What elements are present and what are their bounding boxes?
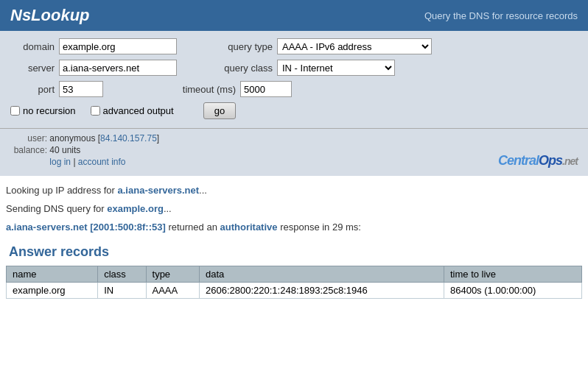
col-type: type	[146, 266, 199, 283]
user-info-area: user: anonymous [84.140.157.75] balance:…	[0, 129, 588, 176]
advanced-output-checkbox[interactable]	[91, 106, 100, 116]
app-title: NsLookup	[10, 6, 90, 25]
header: NsLookup Query the DNS for resource reco…	[0, 0, 588, 31]
output-line-3: a.iana-servers.net [2001:500:8f::53] ret…	[6, 222, 582, 233]
form-row-options: no recursion advanced output go	[10, 102, 578, 119]
line2-prefix: Sending DNS query for	[6, 203, 107, 214]
col-class: class	[98, 266, 146, 283]
form-row-domain: domain query type AAAA - IPv6 address A …	[10, 38, 578, 54]
query-class-select[interactable]: IN - Internet CH - Chaos HS - Hesiod	[277, 60, 395, 76]
query-type-select[interactable]: AAAA - IPv6 address A - IPv4 address MX …	[277, 38, 432, 54]
line1-prefix: Looking up IP address for	[6, 185, 118, 196]
go-button[interactable]: go	[203, 102, 236, 119]
table-row: example.orgINAAAA2606:2800:220:1:248:189…	[7, 283, 582, 299]
server-input[interactable]	[59, 60, 177, 76]
server-label: server	[10, 63, 55, 74]
line2-link[interactable]: example.org	[107, 203, 164, 214]
line3-auth-link[interactable]: authoritative	[220, 222, 278, 233]
balance-row: balance: 40 units	[10, 145, 159, 155]
domain-input[interactable]	[59, 38, 177, 54]
col-data: data	[200, 266, 444, 283]
answer-section: Answer records name class type data time…	[6, 244, 582, 299]
output-line-1: Looking up IP address for a.iana-servers…	[6, 185, 582, 196]
user-name: anonymous	[49, 133, 95, 144]
account-info-link[interactable]: account info	[78, 157, 126, 167]
no-recursion-checkbox[interactable]	[10, 106, 20, 116]
port-input[interactable]	[59, 81, 103, 97]
line1-link[interactable]: a.iana-servers.net	[118, 185, 200, 196]
balance-value: 40 units	[49, 145, 80, 155]
timeout-input[interactable]	[240, 81, 292, 97]
app-subtitle: Query the DNS for resource records	[424, 10, 578, 21]
col-name: name	[7, 266, 98, 283]
form-row-port: port timeout (ms)	[10, 81, 578, 97]
line3-server-link[interactable]: a.iana-servers.net [2001:500:8f::53]	[6, 222, 166, 233]
links-row: log in | account info	[10, 157, 159, 167]
table-header-row: name class type data time to live	[7, 266, 582, 283]
query-type-label: query type	[214, 41, 273, 52]
port-label: port	[10, 84, 55, 95]
line3-mid: returned an	[166, 222, 220, 233]
form-area: domain query type AAAA - IPv6 address A …	[0, 31, 588, 129]
user-row: user: anonymous [84.140.157.75]	[10, 133, 159, 144]
line2-suffix: ...	[164, 203, 172, 214]
line3-suffix: response in 29 ms:	[278, 222, 361, 233]
login-link[interactable]: log in	[49, 157, 71, 167]
timeout-label: timeout (ms)	[169, 84, 236, 95]
no-recursion-label: no recursion	[23, 105, 76, 116]
centralops-logo: CentralOps.net	[498, 153, 578, 169]
user-label: user:	[10, 133, 47, 144]
output-content: Looking up IP address for a.iana-servers…	[0, 176, 588, 314]
answer-title: Answer records	[6, 244, 582, 260]
domain-label: domain	[10, 41, 55, 52]
advanced-output-label: advanced output	[103, 105, 174, 116]
col-ttl: time to live	[444, 266, 581, 283]
user-ip-link[interactable]: 84.140.157.75	[100, 133, 157, 144]
user-block: user: anonymous [84.140.157.75] balance:…	[10, 133, 159, 169]
balance-label: balance:	[10, 145, 47, 155]
line1-suffix: ...	[199, 185, 207, 196]
query-class-label: query class	[214, 63, 273, 74]
answer-table: name class type data time to live exampl…	[6, 266, 582, 299]
form-row-server: server query class IN - Internet CH - Ch…	[10, 60, 578, 76]
output-line-2: Sending DNS query for example.org...	[6, 203, 582, 214]
